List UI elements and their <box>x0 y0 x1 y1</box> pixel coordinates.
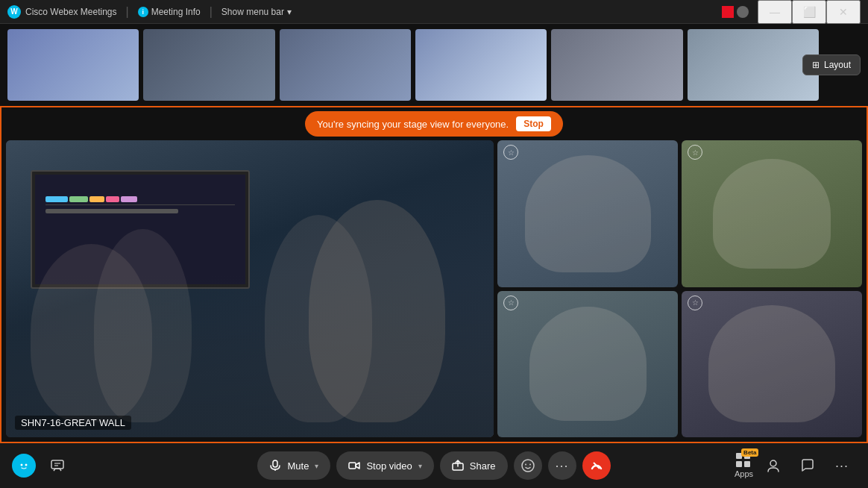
titlebar: W Cisco Webex Meetings | i Meeting Info … <box>0 0 868 24</box>
layout-button[interactable]: ⊞ Layout <box>802 54 861 75</box>
more-right-button[interactable]: ··· <box>828 451 856 480</box>
share-label: Share <box>470 460 496 472</box>
star-icon-4[interactable]: ☆ <box>688 295 702 310</box>
sync-message: You're syncing your stage view for every… <box>317 119 509 130</box>
bottom-toolbar: Mute ▾ Stop video ▾ Share ··· <box>0 443 868 488</box>
svg-point-14 <box>770 460 776 466</box>
main-stage-area: You're syncing your stage view for every… <box>0 106 868 443</box>
messages-button[interactable] <box>793 451 822 480</box>
separator-2: | <box>210 5 213 19</box>
maximize-button[interactable]: ⬜ <box>792 0 826 24</box>
svg-point-12 <box>529 464 531 466</box>
video-grid: SHN7-16-GREAT WALL ☆ ☆ <box>1 140 867 442</box>
mute-label: Mute <box>287 460 309 472</box>
side-video-3[interactable]: ☆ <box>497 291 678 438</box>
layout-label: Layout <box>824 60 851 70</box>
record-indicator <box>722 6 734 18</box>
apps-label: Apps <box>735 469 753 478</box>
participants-button[interactable] <box>759 451 787 480</box>
app-name: Cisco Webex Meetings <box>25 7 117 17</box>
side-video-2[interactable]: ☆ <box>682 140 862 287</box>
svg-rect-6 <box>273 460 277 467</box>
info-icon: i <box>138 7 148 17</box>
side-video-grid: ☆ ☆ ☆ ☆ <box>497 140 862 437</box>
layout-icon: ⊞ <box>812 60 820 70</box>
toolbar-left-section <box>12 451 72 480</box>
webex-assistant-icon[interactable] <box>12 454 36 478</box>
share-button[interactable]: Share <box>440 451 508 480</box>
ellipsis-icon: ··· <box>556 458 569 474</box>
stop-sync-button[interactable]: Stop <box>516 116 551 131</box>
svg-point-10 <box>522 460 534 472</box>
webex-logo-icon: W <box>7 5 21 19</box>
svg-point-0 <box>18 460 30 472</box>
top-video-strip: ⊞ Layout <box>0 24 868 106</box>
meeting-info-btn[interactable]: i Meeting Info <box>138 7 201 17</box>
svg-rect-3 <box>51 460 63 469</box>
close-button[interactable]: ✕ <box>826 0 861 24</box>
ellipsis-right-icon: ··· <box>835 458 849 474</box>
stop-video-chevron-icon: ▾ <box>418 462 422 470</box>
svg-point-11 <box>525 464 526 466</box>
end-call-button[interactable] <box>582 451 611 480</box>
stop-video-button[interactable]: Stop video ▾ <box>336 451 433 480</box>
thumbnail-6[interactable] <box>688 29 819 101</box>
menubar-toggle-label: Show menu bar <box>221 7 284 17</box>
chat-panel-button[interactable] <box>43 451 72 480</box>
sync-banner-row: You're syncing your stage view for every… <box>1 107 867 140</box>
svg-rect-8 <box>349 463 356 469</box>
sync-banner: You're syncing your stage view for every… <box>305 111 563 137</box>
emoji-button[interactable] <box>514 451 542 480</box>
more-options-button[interactable]: ··· <box>548 451 576 480</box>
second-indicator <box>737 6 749 18</box>
window-controls: — ⬜ ✕ <box>758 0 861 24</box>
svg-point-2 <box>25 464 28 466</box>
show-menubar-toggle[interactable]: Show menu bar ▾ <box>221 7 292 17</box>
separator-1: | <box>126 5 129 19</box>
thumbnail-5[interactable] <box>551 29 682 101</box>
minimize-button[interactable]: — <box>758 0 792 24</box>
thumbnail-1[interactable] <box>7 29 139 101</box>
main-video-label: SHN7-16-GREAT WALL <box>15 416 131 430</box>
mute-button[interactable]: Mute ▾ <box>257 451 330 480</box>
mute-chevron-icon: ▾ <box>315 462 318 470</box>
chevron-down-icon: ▾ <box>287 7 292 17</box>
stop-video-label: Stop video <box>366 460 412 472</box>
apps-button[interactable]: Beta Apps <box>735 453 753 478</box>
thumbnail-2[interactable] <box>143 29 274 101</box>
svg-point-1 <box>21 464 23 466</box>
app-logo: W Cisco Webex Meetings <box>7 5 117 19</box>
main-video-tile[interactable]: SHN7-16-GREAT WALL <box>6 140 494 437</box>
meeting-info-label: Meeting Info <box>151 7 201 17</box>
beta-badge: Beta <box>741 448 758 457</box>
star-icon-3[interactable]: ☆ <box>503 295 518 310</box>
thumbnail-3[interactable] <box>280 29 411 101</box>
toolbar-right-section: Beta Apps ··· <box>735 451 856 480</box>
side-video-4[interactable]: ☆ <box>682 291 862 438</box>
thumbnail-4[interactable] <box>415 29 547 101</box>
side-video-1[interactable]: ☆ <box>497 140 678 287</box>
